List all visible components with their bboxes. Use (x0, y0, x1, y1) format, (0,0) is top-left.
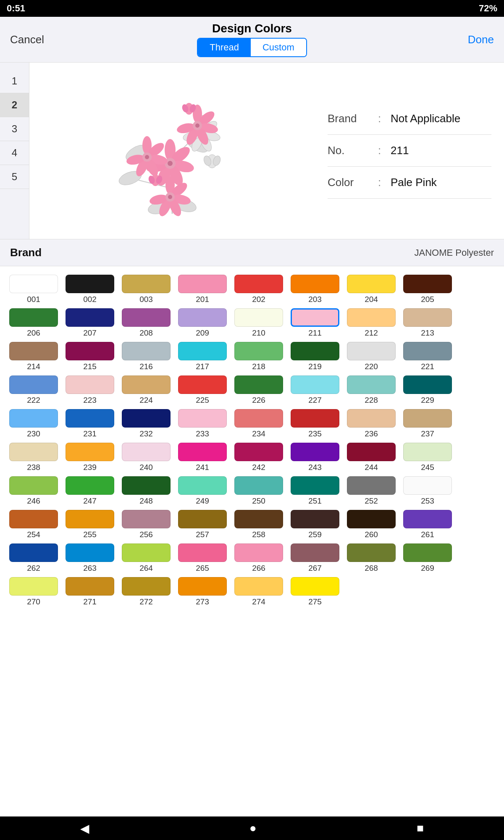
color-item-238[interactable]: 238 (7, 443, 60, 472)
color-swatch-239 (66, 443, 114, 461)
color-item-213[interactable]: 213 (401, 308, 454, 338)
color-item-215[interactable]: 215 (63, 342, 117, 371)
back-icon[interactable]: ◀ (80, 822, 89, 835)
color-item-241[interactable]: 241 (176, 443, 229, 472)
color-item-231[interactable]: 231 (63, 409, 117, 438)
color-row: 270271272273274275 (7, 577, 497, 606)
color-item-243[interactable]: 243 (288, 443, 342, 472)
color-item-209[interactable]: 209 (176, 308, 229, 338)
color-item-274[interactable]: 274 (232, 577, 286, 606)
color-item-202[interactable]: 202 (232, 275, 286, 304)
tab-thread[interactable]: Thread (198, 39, 251, 56)
brand-label: Brand (328, 112, 378, 125)
color-item-220[interactable]: 220 (344, 342, 398, 371)
color-item-237[interactable]: 237 (401, 409, 454, 438)
color-item-212[interactable]: 212 (344, 308, 398, 338)
color-item-235[interactable]: 235 (288, 409, 342, 438)
color-item-269[interactable]: 269 (401, 543, 454, 573)
done-button[interactable]: Done (452, 33, 494, 46)
color-item-230[interactable]: 230 (7, 409, 60, 438)
color-item-216[interactable]: 216 (119, 342, 173, 371)
color-item-211[interactable]: 211 (288, 308, 342, 338)
color-item-210[interactable]: 210 (232, 308, 286, 338)
color-item-001[interactable]: 001 (7, 275, 60, 304)
color-item-270[interactable]: 270 (7, 577, 60, 606)
color-item-258[interactable]: 258 (232, 510, 286, 539)
color-item-234[interactable]: 234 (232, 409, 286, 438)
color-item-229[interactable]: 229 (401, 375, 454, 405)
color-num-002: 002 (83, 295, 97, 304)
color-item-245[interactable]: 245 (401, 443, 454, 472)
color-item-260[interactable]: 260 (344, 510, 398, 539)
color-item-272[interactable]: 272 (119, 577, 173, 606)
recent-apps-icon[interactable]: ■ (417, 822, 424, 835)
color-item-262[interactable]: 262 (7, 543, 60, 573)
color-item-219[interactable]: 219 (288, 342, 342, 371)
color-item-236[interactable]: 236 (344, 409, 398, 438)
color-item-225[interactable]: 225 (176, 375, 229, 405)
color-item-265[interactable]: 265 (176, 543, 229, 573)
color-num-240: 240 (139, 463, 153, 472)
color-item-227[interactable]: 227 (288, 375, 342, 405)
color-item-267[interactable]: 267 (288, 543, 342, 573)
color-item-264[interactable]: 264 (119, 543, 173, 573)
color-item-240[interactable]: 240 (119, 443, 173, 472)
color-item-249[interactable]: 249 (176, 476, 229, 506)
color-item-273[interactable]: 273 (176, 577, 229, 606)
color-swatch-205 (403, 275, 452, 293)
thread-num-5[interactable]: 5 (0, 165, 29, 189)
color-item-246[interactable]: 246 (7, 476, 60, 506)
color-item-239[interactable]: 239 (63, 443, 117, 472)
color-item-271[interactable]: 271 (63, 577, 117, 606)
color-item-228[interactable]: 228 (344, 375, 398, 405)
color-num-206: 206 (27, 328, 40, 338)
color-item-233[interactable]: 233 (176, 409, 229, 438)
thread-num-1[interactable]: 1 (0, 69, 29, 93)
color-item-256[interactable]: 256 (119, 510, 173, 539)
color-item-268[interactable]: 268 (344, 543, 398, 573)
color-item-003[interactable]: 003 (119, 275, 173, 304)
color-item-251[interactable]: 251 (288, 476, 342, 506)
color-item-244[interactable]: 244 (344, 443, 398, 472)
color-item-254[interactable]: 254 (7, 510, 60, 539)
color-item-226[interactable]: 226 (232, 375, 286, 405)
color-item-208[interactable]: 208 (119, 308, 173, 338)
color-item-222[interactable]: 222 (7, 375, 60, 405)
color-item-002[interactable]: 002 (63, 275, 117, 304)
color-item-250[interactable]: 250 (232, 476, 286, 506)
thread-num-2[interactable]: 2 (0, 93, 29, 117)
thread-num-3[interactable]: 3 (0, 117, 29, 141)
color-item-221[interactable]: 221 (401, 342, 454, 371)
color-item-204[interactable]: 204 (344, 275, 398, 304)
color-item-263[interactable]: 263 (63, 543, 117, 573)
color-item-214[interactable]: 214 (7, 342, 60, 371)
color-item-257[interactable]: 257 (176, 510, 229, 539)
color-item-266[interactable]: 266 (232, 543, 286, 573)
tab-custom[interactable]: Custom (251, 39, 306, 56)
color-item-252[interactable]: 252 (344, 476, 398, 506)
header: Cancel Design Colors Thread Custom Done (0, 17, 504, 63)
color-item-217[interactable]: 217 (176, 342, 229, 371)
color-item-218[interactable]: 218 (232, 342, 286, 371)
color-item-259[interactable]: 259 (288, 510, 342, 539)
color-item-201[interactable]: 201 (176, 275, 229, 304)
color-item-253[interactable]: 253 (401, 476, 454, 506)
color-item-275[interactable]: 275 (288, 577, 342, 606)
color-swatch-250 (234, 476, 283, 495)
color-item-203[interactable]: 203 (288, 275, 342, 304)
cancel-button[interactable]: Cancel (10, 33, 52, 46)
color-item-224[interactable]: 224 (119, 375, 173, 405)
color-item-205[interactable]: 205 (401, 275, 454, 304)
color-item-248[interactable]: 248 (119, 476, 173, 506)
color-item-242[interactable]: 242 (232, 443, 286, 472)
color-item-255[interactable]: 255 (63, 510, 117, 539)
color-item-261[interactable]: 261 (401, 510, 454, 539)
home-icon[interactable]: ● (249, 822, 257, 835)
color-item-207[interactable]: 207 (63, 308, 117, 338)
color-item-206[interactable]: 206 (7, 308, 60, 338)
color-num-207: 207 (83, 328, 97, 338)
color-item-223[interactable]: 223 (63, 375, 117, 405)
color-item-232[interactable]: 232 (119, 409, 173, 438)
thread-num-4[interactable]: 4 (0, 141, 29, 165)
color-item-247[interactable]: 247 (63, 476, 117, 506)
